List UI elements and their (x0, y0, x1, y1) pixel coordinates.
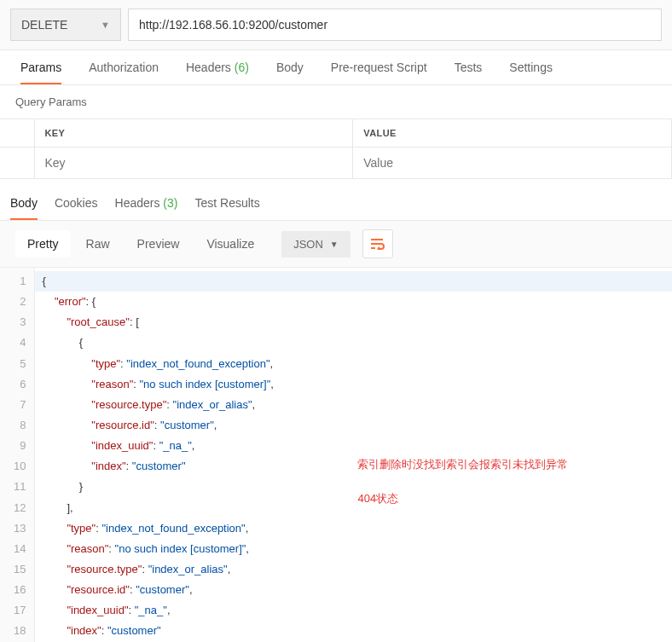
tab-params[interactable]: Params (20, 61, 61, 84)
kv-key-input[interactable] (45, 156, 343, 170)
chevron-down-icon: ▼ (101, 20, 110, 30)
tab-settings[interactable]: Settings (509, 61, 553, 84)
annotation-2: 404状态 (357, 491, 398, 506)
format-label: JSON (293, 238, 323, 251)
resp-tab-cookies[interactable]: Cookies (55, 196, 98, 220)
view-visualize-button[interactable]: Visualize (194, 230, 266, 257)
chevron-down-icon: ▼ (330, 240, 339, 249)
headers-count: (6) (235, 61, 249, 74)
kv-lead-cell (0, 147, 34, 179)
tab-headers-label: Headers (186, 61, 231, 74)
http-method-dropdown[interactable]: DELETE ▼ (10, 9, 121, 41)
wrap-icon (370, 238, 385, 250)
wrap-toggle-button[interactable] (362, 229, 393, 258)
tab-authorization[interactable]: Authorization (89, 61, 159, 84)
tab-headers[interactable]: Headers (6) (186, 61, 249, 84)
response-body: 123456789101112131415161718192021 索引删除时没… (0, 268, 672, 642)
resp-tab-testresults[interactable]: Test Results (194, 196, 259, 220)
http-method-label: DELETE (21, 18, 67, 32)
format-dropdown[interactable]: JSON ▼ (281, 231, 350, 257)
view-raw-button[interactable]: Raw (74, 230, 122, 257)
annotation-1: 索引删除时没找到索引会报索引未找到异常 (357, 457, 568, 472)
resp-headers-label: Headers (115, 196, 160, 210)
kv-key-header: KEY (34, 119, 353, 147)
resp-headers-count: (3) (163, 196, 177, 210)
tab-prerequest[interactable]: Pre-request Script (331, 61, 427, 84)
resp-tab-body[interactable]: Body (10, 196, 38, 220)
kv-lead-header (0, 119, 34, 147)
view-preview-button[interactable]: Preview (125, 230, 192, 257)
query-params-heading: Query Params (0, 85, 672, 119)
kv-value-header: VALUE (353, 119, 672, 147)
tab-body[interactable]: Body (276, 61, 304, 84)
kv-row (0, 147, 672, 179)
resp-tab-headers[interactable]: Headers (3) (115, 196, 178, 220)
view-pretty-button[interactable]: Pretty (15, 230, 71, 257)
code-content[interactable]: 索引删除时没找到索引会报索引未找到异常 404状态 https://blog.c… (35, 268, 672, 642)
line-gutter: 123456789101112131415161718192021 (0, 268, 35, 642)
url-input[interactable] (128, 9, 662, 41)
tab-tests[interactable]: Tests (455, 61, 483, 84)
kv-value-input[interactable] (363, 156, 661, 170)
